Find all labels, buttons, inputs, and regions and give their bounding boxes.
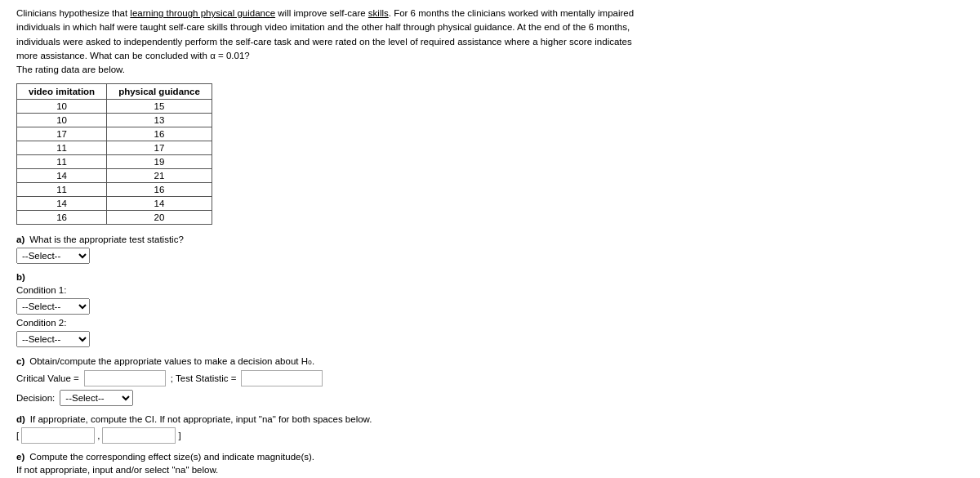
decision-select[interactable]: --Select-- [60,390,133,406]
table-cell: 11 [17,141,107,155]
table-cell: 14 [17,169,107,183]
table-cell: 20 [107,211,212,225]
test-statistic-label: ; Test Statistic = [171,373,237,383]
intro-paragraph: Clinicians hypothesize that learning thr… [16,7,653,77]
data-table: video imitation physical guidance 101510… [16,83,212,225]
critical-value-label: Critical Value = [16,373,79,383]
critical-value-input[interactable] [84,370,166,386]
table-cell: 21 [107,169,212,183]
table-cell: 10 [17,100,107,114]
table-cell: 16 [17,211,107,225]
table-cell: 11 [17,183,107,197]
section-d-question: If appropriate, compute the CI. If not a… [30,414,372,424]
table-row: 1119 [17,155,212,169]
table-cell: 14 [17,197,107,211]
section-d-label: d) [16,414,25,424]
section-b: b) Condition 1: --Select-- Condition 2: … [16,272,653,347]
table-cell: 14 [107,197,212,211]
table-cell: 13 [107,114,212,127]
section-b-label: b) [16,272,25,282]
bracket-close: ] [178,431,180,440]
table-cell: 15 [107,100,212,114]
table-row: 1620 [17,211,212,225]
table-cell: 10 [17,114,107,127]
section-d: d) If appropriate, compute the CI. If no… [16,414,653,444]
decision-label: Decision: [16,393,55,403]
condition2-label: Condition 2: [16,318,66,328]
ci-lower-input[interactable] [21,427,95,444]
table-row: 1015 [17,100,212,114]
table-cell: 16 [107,183,212,197]
table-cell: 11 [17,155,107,169]
table-cell: 17 [17,127,107,141]
table-row: 1716 [17,127,212,141]
col2-header: physical guidance [107,84,212,100]
section-c: c) Obtain/compute the appropriate values… [16,355,653,406]
table-row: 1117 [17,141,212,155]
test-statistic-select[interactable]: --Select-- [16,248,90,264]
bracket-open: [ [16,431,19,440]
section-a: a) What is the appropriate test statisti… [16,235,653,264]
condition2-select[interactable]: --Select-- [16,331,90,347]
table-cell: 16 [107,127,212,141]
table-row: 1116 [17,183,212,197]
col1-header: video imitation [17,84,107,100]
table-row: 1421 [17,169,212,183]
section-a-label: a) [16,235,24,244]
section-e: e) Compute the corresponding effect size… [16,452,653,478]
condition1-select[interactable]: --Select-- [16,298,90,315]
table-cell: 17 [107,141,212,155]
table-cell: 19 [107,155,212,169]
section-c-question: Obtain/compute the appropriate values to… [29,355,314,367]
ci-upper-input[interactable] [102,427,176,444]
section-e-subtext: If not appropriate, input and/or select … [16,465,218,475]
section-e-question: Compute the corresponding effect size(s)… [29,452,314,462]
section-e-label: e) [16,452,24,462]
ci-comma: , [97,431,100,440]
section-a-question: What is the appropriate test statistic? [29,235,184,244]
table-row: 1013 [17,114,212,127]
section-c-label: c) [16,356,24,366]
test-statistic-input[interactable] [241,370,323,386]
condition1-label: Condition 1: [16,285,66,295]
table-row: 1414 [17,197,212,211]
